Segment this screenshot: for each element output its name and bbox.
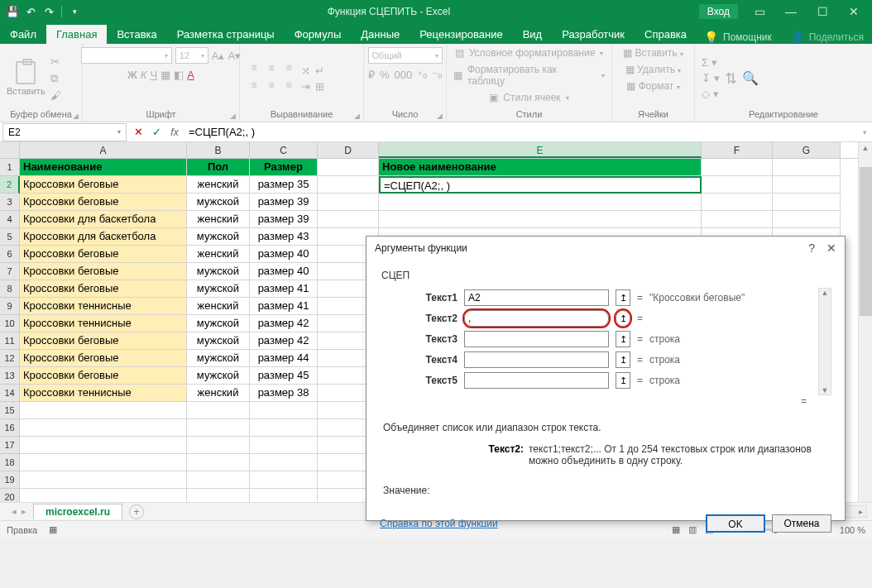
cell[interactable]: мужской [187, 367, 250, 385]
cell[interactable] [250, 402, 318, 419]
align-bottom-icon[interactable]: ≡ [281, 62, 296, 77]
cancel-button[interactable]: Отмена [772, 514, 831, 533]
cell[interactable]: мужской [187, 194, 250, 211]
dialog-launcher-icon[interactable]: ◢ [73, 112, 79, 120]
redo-icon[interactable]: ↷ [43, 6, 55, 17]
cell[interactable]: размер 42 [250, 332, 318, 350]
arg-input[interactable] [464, 331, 609, 347]
share-label[interactable]: Поделиться [809, 31, 864, 43]
arg-input[interactable]: , [464, 310, 609, 327]
cell[interactable] [250, 454, 318, 471]
ribbon-tab[interactable]: Формулы [285, 25, 352, 44]
dialog-help-icon[interactable]: ? [808, 241, 815, 255]
format-as-table-button[interactable]: ▦Форматировать как таблицу▾ [453, 64, 605, 87]
cell[interactable] [702, 176, 773, 194]
cell[interactable]: женский [187, 246, 250, 263]
cell[interactable]: размер 39 [250, 211, 318, 228]
grow-font-icon[interactable]: A▴ [212, 50, 225, 62]
row-header[interactable]: 13 [0, 367, 20, 385]
cut-icon[interactable]: ✂ [50, 55, 61, 68]
sheet-tab[interactable]: microexcel.ru [33, 504, 122, 519]
copy-icon[interactable]: ⧉ [50, 72, 61, 85]
cell[interactable] [20, 437, 187, 454]
cell[interactable]: размер 40 [250, 246, 318, 263]
cell[interactable] [379, 194, 702, 211]
row-header[interactable]: 18 [0, 454, 20, 471]
cell[interactable] [702, 159, 773, 176]
cell[interactable] [20, 419, 187, 437]
column-header[interactable]: G [773, 142, 841, 158]
delete-cells-button[interactable]: ▦ Удалить ▾ [625, 64, 682, 75]
fx-icon[interactable]: fx [165, 127, 184, 138]
collapse-dialog-icon[interactable]: ↥ [616, 289, 630, 306]
dialog-args-scrollbar[interactable]: ▲▼ [818, 288, 831, 395]
cell[interactable]: Кроссовки беговые [20, 367, 187, 385]
italic-button[interactable]: К [141, 69, 147, 81]
comma-icon[interactable]: 000 [394, 69, 412, 81]
row-header[interactable]: 6 [0, 246, 20, 263]
cell[interactable] [379, 211, 702, 228]
align-left-icon[interactable]: ≡ [247, 79, 261, 94]
number-format-select[interactable]: Общий▾ [368, 47, 443, 64]
column-header[interactable]: F [702, 142, 773, 158]
cell[interactable]: Кроссовки для баскетбола [20, 211, 187, 228]
cell[interactable] [318, 176, 379, 194]
fill-color-icon[interactable]: ◧ [174, 69, 184, 81]
format-painter-icon[interactable]: 🖌 [50, 89, 61, 102]
cell[interactable]: Кроссовки теннисные [20, 315, 187, 332]
align-right-icon[interactable]: ≡ [281, 79, 296, 94]
cell[interactable] [187, 471, 250, 489]
cell[interactable]: женский [187, 298, 250, 315]
cell[interactable] [187, 402, 250, 419]
cell[interactable]: Кроссовки беговые [20, 246, 187, 263]
fill-icon[interactable]: ↧ ▾ [702, 72, 720, 84]
cell[interactable]: Размер [250, 159, 318, 176]
indent-icon[interactable]: ⇥ [301, 80, 310, 93]
cell[interactable]: мужской [187, 228, 250, 246]
ribbon-tab[interactable]: Вставка [107, 25, 166, 44]
cell[interactable] [187, 489, 250, 502]
cell[interactable] [187, 454, 250, 471]
row-header[interactable]: 8 [0, 280, 20, 298]
cancel-formula-icon[interactable]: ✕ [129, 126, 147, 138]
cell[interactable] [187, 419, 250, 437]
borders-icon[interactable]: ▦ [161, 69, 170, 81]
dialog-close-icon[interactable]: ✕ [826, 241, 836, 255]
collapse-dialog-icon[interactable]: ↥ [616, 372, 630, 389]
row-header[interactable]: 15 [0, 402, 20, 419]
cell[interactable] [20, 489, 187, 502]
font-name-select[interactable]: ▾ [81, 47, 172, 64]
row-header[interactable]: 20 [0, 489, 20, 502]
maximize-icon[interactable]: ☐ [812, 5, 832, 18]
ribbon-tab[interactable]: Вид [513, 25, 553, 44]
cell[interactable]: мужской [187, 332, 250, 350]
cell[interactable] [773, 159, 841, 176]
cell[interactable]: Кроссовки беговые [20, 350, 187, 367]
collapse-dialog-icon[interactable]: ↥ [616, 310, 630, 327]
find-select-icon[interactable]: 🔍 [742, 70, 759, 86]
dec-dec-icon[interactable]: ⁻₀ [432, 69, 442, 81]
underline-button[interactable]: Ч [151, 69, 158, 81]
ribbon-tab[interactable]: Рецензирование [410, 25, 512, 44]
column-header[interactable]: A [20, 142, 187, 158]
tell-me-label[interactable]: Помощник [723, 31, 772, 43]
dec-inc-icon[interactable]: ⁺₀ [417, 69, 427, 81]
name-box[interactable]: E2▾ [2, 123, 127, 141]
cell[interactable]: размер 39 [250, 194, 318, 211]
ok-button[interactable]: OK [706, 514, 765, 533]
row-header[interactable]: 16 [0, 419, 20, 437]
font-color-icon[interactable]: A [187, 69, 194, 81]
column-header[interactable]: E [379, 142, 702, 158]
bold-button[interactable]: Ж [127, 69, 137, 81]
minimize-icon[interactable]: — [781, 5, 801, 18]
cell[interactable] [773, 176, 841, 194]
cell[interactable]: Кроссовки беговые [20, 194, 187, 211]
cell[interactable] [773, 211, 841, 228]
cell[interactable]: Новое наименование [379, 159, 702, 176]
row-header[interactable]: 14 [0, 385, 20, 402]
arg-input[interactable] [464, 372, 609, 389]
cell[interactable]: размер 40 [250, 263, 318, 280]
row-header[interactable]: 1 [0, 159, 20, 176]
cell[interactable] [702, 194, 773, 211]
row-header[interactable]: 3 [0, 194, 20, 211]
